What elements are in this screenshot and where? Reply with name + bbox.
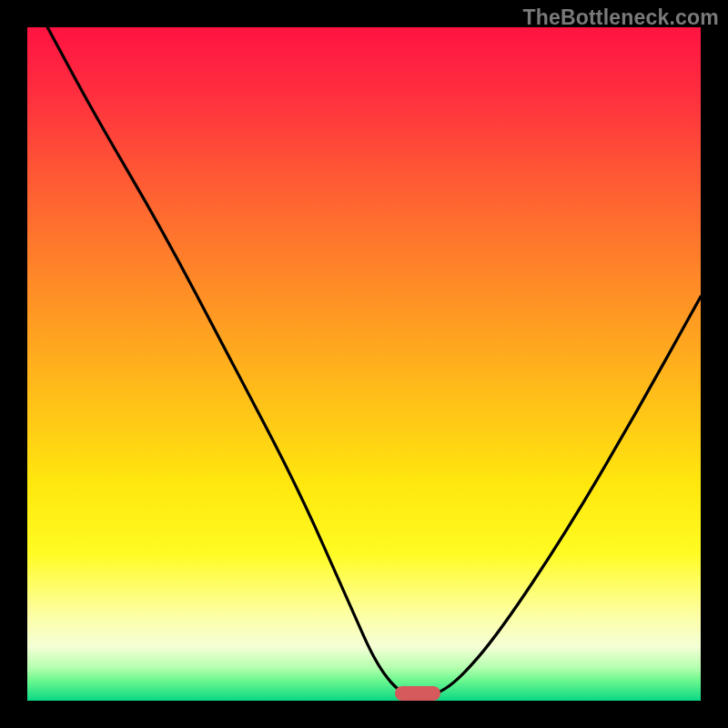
bottleneck-curve [27,27,701,701]
plot-area [27,27,701,701]
chart-frame: TheBottleneck.com [0,0,728,728]
watermark-text: TheBottleneck.com [522,5,719,30]
optimal-marker [395,686,440,701]
